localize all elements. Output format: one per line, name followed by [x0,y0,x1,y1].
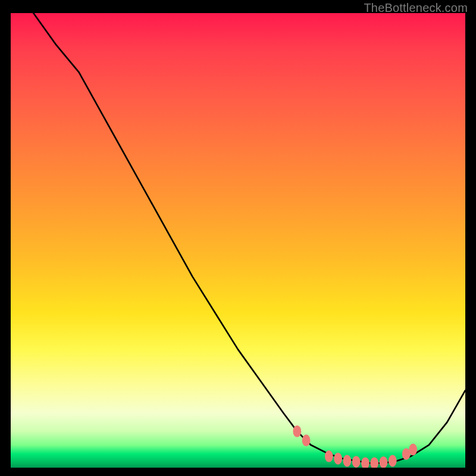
highlight-dot [370,457,378,468]
border-bottom [0,468,476,476]
attribution-text: TheBottleneck.com [364,1,468,15]
highlight-dot [389,455,397,467]
highlight-dot [380,456,388,468]
highlight-dot [352,456,361,468]
curve-layer [11,13,465,468]
border-left [0,0,11,476]
bottleneck-curve-path [33,13,465,463]
highlight-dot [302,434,311,446]
highlight-dot [334,453,342,465]
border-right [465,0,476,476]
highlight-dot [325,450,333,462]
highlight-dot [293,425,301,437]
highlight-dot [343,455,351,467]
marker-layer [293,425,417,468]
chart-frame: TheBottleneck.com [0,0,476,476]
highlight-dot [361,457,369,468]
plot-area [11,13,465,468]
highlight-dot [409,444,417,456]
